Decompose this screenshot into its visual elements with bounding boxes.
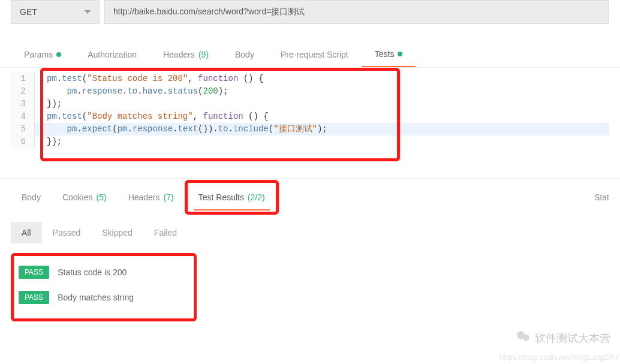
tab-response-headers[interactable]: Headers (7) — [118, 184, 185, 210]
test-results-list: PASS Status code is 200 PASS Body matche… — [0, 249, 620, 333]
wechat-icon — [516, 329, 531, 333]
tab-body[interactable]: Body — [222, 44, 267, 67]
annotation-box: PASS Status code is 200 PASS Body matche… — [11, 253, 197, 321]
line-number: 6 — [11, 136, 35, 148]
filter-passed[interactable]: Passed — [42, 222, 92, 243]
tab-prerequest[interactable]: Pre-request Script — [267, 44, 362, 67]
filter-skipped[interactable]: Skipped — [91, 222, 143, 243]
http-method-select[interactable]: GET — [11, 0, 100, 24]
line-number: 4 — [11, 110, 35, 123]
url-value: http://baike.baidu.com/search/word?word=… — [113, 7, 305, 17]
tab-response-body[interactable]: Body — [11, 184, 52, 210]
watermark: 软件测试大本营 — [516, 329, 610, 333]
dot-icon — [398, 52, 402, 56]
annotation-box: Test Results (2/2) — [185, 180, 279, 215]
chevron-down-icon — [85, 10, 91, 14]
code-line: pm.response.to.have.status(200); — [35, 85, 228, 98]
pass-badge: PASS — [19, 291, 49, 304]
line-number: 1 — [11, 73, 35, 85]
request-tabs: Params Authorization Headers (9) Body Pr… — [0, 30, 620, 68]
test-result-label: Body matches string — [58, 293, 134, 302]
dot-icon — [56, 52, 61, 57]
line-number: 5 — [11, 123, 35, 136]
test-result-row: PASS Body matches string — [19, 285, 189, 310]
code-line: pm.test("Body matches string", function … — [35, 110, 269, 123]
tab-tests[interactable]: Tests — [362, 44, 416, 67]
filter-failed[interactable]: Failed — [143, 222, 188, 243]
code-line: }); — [35, 98, 62, 110]
response-status[interactable]: Stat — [594, 184, 609, 210]
filter-all[interactable]: All — [11, 222, 42, 243]
tests-code-editor[interactable]: 1 pm.test("Status code is 200", function… — [0, 68, 620, 178]
line-number: 2 — [11, 85, 35, 98]
test-result-label: Status code is 200 — [58, 267, 127, 277]
url-input[interactable]: http://baike.baidu.com/search/word?word=… — [104, 0, 609, 24]
tab-headers[interactable]: Headers (9) — [150, 44, 222, 67]
tab-test-results[interactable]: Test Results (2/2) — [188, 184, 276, 210]
tab-authorization[interactable]: Authorization — [74, 44, 150, 67]
response-tabs: Body Cookies (5) Headers (7) Test Result… — [0, 178, 620, 216]
code-line: }); — [35, 136, 62, 148]
http-method-value: GET — [20, 7, 37, 17]
tab-response-cookies[interactable]: Cookies (5) — [52, 184, 118, 210]
tab-params[interactable]: Params — [11, 44, 74, 67]
svg-point-0 — [517, 331, 525, 333]
test-result-row: PASS Status code is 200 — [19, 260, 189, 285]
code-line: pm.expect(pm.response.text()).to.include… — [35, 123, 327, 136]
result-filters: All Passed Skipped Failed — [0, 216, 620, 249]
pass-badge: PASS — [19, 266, 49, 279]
line-number: 3 — [11, 98, 35, 110]
code-line: pm.test("Status code is 200", function (… — [35, 73, 263, 85]
